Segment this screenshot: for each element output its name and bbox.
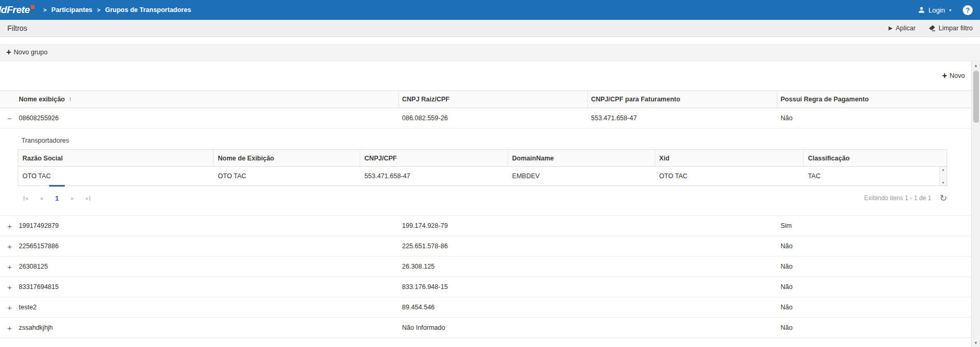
new-group-label: Novo grupo (14, 49, 48, 56)
cell-expander: + (0, 277, 16, 297)
selected-page-indicator (49, 185, 65, 187)
cell-cnpj-faturamento: 553.471.658-47 (588, 108, 777, 128)
expand-row-button[interactable]: + (3, 304, 12, 311)
breadcrumb: > Participantes > Grupos de Transportado… (39, 6, 191, 14)
spacer (0, 37, 980, 44)
column-header-possui-regra[interactable]: Possui Regra de Pagamento (777, 91, 971, 108)
filters-panel: Filtros ▶ Aplicar Limpar filtro (0, 20, 980, 37)
cell-possui-regra: Não (777, 297, 971, 317)
login-label: Login (928, 6, 945, 14)
expand-row-button[interactable]: + (3, 324, 12, 332)
cell-expander: + (0, 318, 16, 338)
cell-nome-exibicao: OTO TAC (214, 167, 360, 186)
expand-row-button[interactable]: + (3, 283, 12, 291)
scrollbar-thumb[interactable] (973, 71, 979, 123)
sort-asc-icon: ↑ (68, 96, 72, 103)
clear-filter-button[interactable]: Limpar filtro (928, 25, 973, 32)
refresh-icon[interactable]: ↻ (940, 194, 947, 203)
apply-filter-button[interactable]: ▶ Aplicar (889, 25, 916, 32)
pager-next-button[interactable]: ▸ (65, 190, 80, 206)
app-logo[interactable]: ldFrete (0, 4, 34, 16)
detail-header-row: Razão Social Nome de Exibição CNPJ/CPF D… (18, 150, 947, 167)
user-icon (918, 6, 925, 14)
expand-row-button[interactable]: + (3, 222, 12, 230)
detail-panel: Transportadores Razão Social Nome de Exi… (0, 129, 971, 216)
cell-cnpj-faturamento (588, 257, 777, 276)
expand-row-button[interactable]: + (3, 242, 12, 250)
cell-possui-regra: Sim (777, 216, 971, 236)
column-header-nome-exibicao[interactable]: Nome de Exibição (214, 150, 360, 166)
column-header-cnpj-faturamento[interactable]: CNPJ/CPF para Faturamento (588, 91, 777, 108)
detail-scrollbar[interactable]: ▲ ▼ (939, 167, 947, 186)
expander-column-header (0, 91, 16, 108)
scroll-down-icon[interactable]: ▼ (941, 181, 945, 184)
expand-row-button[interactable]: + (3, 263, 12, 271)
collapse-row-button[interactable]: − (3, 114, 12, 122)
page-scrollbar[interactable]: ▲ ▼ (971, 61, 980, 347)
grid-toolbar: + Novo (0, 61, 971, 90)
cell-domainname: EMBDEV (508, 167, 655, 186)
cell-xid: OTO TAC (655, 167, 804, 186)
filter-actions: ▶ Aplicar Limpar filtro (889, 25, 973, 32)
grid-header-row: Nome exibição ↑ CNPJ Raiz/CPF CNPJ/CPF p… (0, 90, 971, 108)
table-row[interactable]: + zssahdkjhjh Não Informado Não (0, 318, 971, 338)
topbar: ldFrete > Participantes > Grupos de Tran… (0, 0, 980, 20)
groups-grid: Nome exibição ↑ CNPJ Raiz/CPF CNPJ/CPF p… (0, 90, 971, 338)
table-row[interactable]: + 83317694815 833.176.948-15 Não (0, 277, 971, 297)
detail-pager: ◂ ◂ 1 ▸ ▸ Exibindo itens 1 - 1 de 1 ↻ (18, 186, 947, 210)
cell-expander: + (0, 216, 16, 236)
column-header-domainname[interactable]: DomainName (508, 150, 655, 166)
cell-cnpj-faturamento (588, 216, 777, 236)
scroll-down-icon[interactable]: ▼ (972, 339, 980, 347)
table-row[interactable]: + teste2 89.454.546 Não (0, 297, 971, 318)
detail-title: Transportadores (18, 129, 947, 149)
table-row[interactable]: − 08608255926 086.082.559-26 553.471.658… (0, 108, 971, 129)
cell-classificacao: TAC (804, 167, 939, 186)
app-root: ldFrete > Participantes > Grupos de Tran… (0, 0, 980, 347)
table-row[interactable]: + 19917492879 199.174.928-79 Sim (0, 216, 971, 236)
scroll-up-icon[interactable]: ▲ (941, 168, 945, 171)
cell-nome-exibicao: 83317694815 (16, 277, 399, 297)
eraser-icon (928, 25, 936, 32)
breadcrumb-participantes[interactable]: Participantes (51, 6, 92, 14)
plus-icon: + (6, 48, 11, 56)
table-row[interactable]: + 22565157886 225.651.578-86 Não (0, 236, 971, 257)
logo-text: ldFrete (0, 4, 30, 16)
cell-cnpj-faturamento (588, 236, 777, 256)
new-label: Novo (950, 72, 965, 79)
pager-page-1[interactable]: 1 (49, 194, 65, 202)
cell-expander: + (0, 257, 16, 276)
breadcrumb-grupos-transportadores[interactable]: Grupos de Transportadores (105, 6, 191, 14)
scroll-up-icon[interactable]: ▲ (972, 61, 980, 70)
pager-prev-button[interactable]: ◂ (33, 190, 49, 206)
cell-possui-regra: Não (777, 108, 971, 128)
column-header-cnpj-raiz[interactable]: CNPJ Raiz/CPF (399, 91, 588, 108)
help-button[interactable]: ? (963, 5, 973, 15)
logo-square-icon (31, 5, 34, 9)
cell-cnpj-faturamento (588, 297, 777, 317)
cell-possui-regra: Não (777, 257, 971, 276)
column-header-cnpj-cpf[interactable]: CNPJ/CPF (360, 150, 508, 166)
topbar-right: Login ▾ ? (918, 5, 973, 15)
table-row[interactable]: + 26308125 26.308.125 Não (0, 257, 971, 277)
new-group-button[interactable]: + Novo grupo (6, 48, 48, 56)
cell-cnpj-raiz: Não Informado (399, 318, 588, 338)
pager-info: Exibindo itens 1 - 1 de 1 (864, 194, 931, 202)
new-button[interactable]: + Novo (942, 72, 965, 80)
chevron-right-icon: > (97, 7, 100, 13)
filters-title: Filtros (7, 24, 27, 32)
column-header-razao-social[interactable]: Razão Social (18, 150, 214, 166)
pager-first-button[interactable]: ◂ (18, 190, 33, 206)
pager-last-button[interactable]: ▸ (80, 190, 96, 206)
column-header-xid[interactable]: Xid (655, 150, 804, 166)
grid-area: + Novo Nome exibição ↑ CNPJ Raiz/CPF CNP… (0, 61, 980, 338)
chevron-right-icon: > (43, 7, 46, 13)
table-row[interactable]: OTO TAC OTO TAC 553.471.658-47 EMBDEV OT… (18, 167, 939, 186)
cell-nome-exibicao: teste2 (16, 297, 399, 317)
cell-nome-exibicao: 08608255926 (16, 108, 399, 128)
column-header-classificacao[interactable]: Classificação (804, 150, 939, 166)
login-menu[interactable]: Login ▾ (918, 6, 951, 14)
column-header-nome-exibicao[interactable]: Nome exibição ↑ (16, 91, 399, 108)
cell-nome-exibicao: 26308125 (16, 257, 399, 276)
cell-expander: + (0, 297, 16, 317)
